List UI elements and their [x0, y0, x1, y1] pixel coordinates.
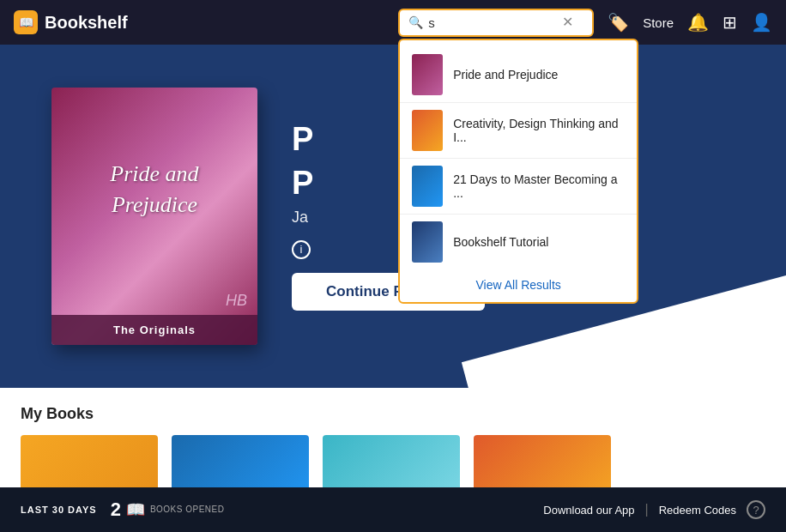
footer-divider: | [645, 502, 649, 517]
info-icon[interactable]: i [292, 240, 311, 259]
logo-icon: 📖 [14, 10, 38, 34]
footer-right: Download our App | Redeem Codes ? [543, 500, 765, 519]
books-opened-label: BOOKS OPENED [150, 505, 225, 515]
view-all-results-link[interactable]: View All Results [400, 269, 637, 295]
result-title: Bookshelf Tutorial [453, 235, 548, 249]
footer: LAST 30 DAYS 2 📖 BOOKS OPENED Download o… [0, 487, 786, 532]
book-cover-inner: Pride and Prejudice [51, 88, 257, 292]
search-result-item[interactable]: 21 Days to Master Becoming a ... [400, 159, 637, 215]
hero-section: Pride and Prejudice HB The Originals P P… [0, 45, 786, 388]
result-thumbnail [412, 221, 443, 263]
result-thumbnail [412, 54, 443, 95]
bookmark-icon[interactable]: 🏷️ [608, 12, 629, 33]
download-app-link[interactable]: Download our App [543, 504, 634, 517]
notification-icon[interactable]: 🔔 [687, 12, 709, 33]
footer-left: LAST 30 DAYS 2 📖 BOOKS OPENED [21, 499, 224, 521]
book-cover: Pride and Prejudice HB The Originals [51, 88, 257, 345]
profile-icon[interactable]: 👤 [751, 12, 772, 33]
result-thumbnail [412, 166, 443, 207]
books-opened-count: 2 [111, 499, 121, 521]
search-input[interactable] [428, 15, 557, 30]
search-dropdown: Pride and Prejudice Creativity, Design T… [398, 39, 638, 304]
clear-search-icon[interactable]: ✕ [562, 15, 573, 29]
help-icon[interactable]: ? [747, 500, 765, 519]
book-footer: The Originals [51, 315, 257, 345]
header-right: 🔍 ✕ Pride and Prejudice Creativity, Desi… [398, 9, 772, 37]
store-link[interactable]: Store [643, 15, 674, 30]
search-box-wrapper: 🔍 ✕ [398, 9, 594, 37]
book-script-title: Pride and Prejudice [110, 159, 198, 221]
apps-grid-icon[interactable]: ⊞ [723, 12, 737, 33]
result-title: Pride and Prejudice [453, 68, 558, 82]
search-icon: 🔍 [408, 15, 423, 29]
redeem-codes-link[interactable]: Redeem Codes [659, 504, 736, 517]
search-result-item[interactable]: Bookshelf Tutorial [400, 215, 637, 269]
logo-area[interactable]: 📖 Bookshelf [14, 10, 128, 34]
books-opened: 2 📖 BOOKS OPENED [111, 499, 225, 521]
search-container: 🔍 ✕ Pride and Prejudice Creativity, Desi… [398, 9, 594, 37]
app-name: Bookshelf [45, 13, 128, 33]
my-books-title: My Books [21, 405, 765, 423]
header: 📖 Bookshelf 🔍 ✕ Pride and Prejudice [0, 0, 786, 45]
result-thumbnail [412, 110, 443, 151]
search-result-item[interactable]: Pride and Prejudice [400, 47, 637, 103]
books-opened-icon: 📖 [126, 500, 145, 519]
search-input-row: 🔍 ✕ [402, 12, 590, 33]
book-series-label: The Originals [62, 323, 247, 336]
result-title: Creativity, Design Thinking and I... [453, 117, 625, 144]
book-monogram: HB [51, 292, 257, 315]
last-30-label: LAST 30 DAYS [21, 505, 97, 515]
search-result-item[interactable]: Creativity, Design Thinking and I... [400, 103, 637, 159]
result-title: 21 Days to Master Becoming a ... [453, 172, 625, 200]
